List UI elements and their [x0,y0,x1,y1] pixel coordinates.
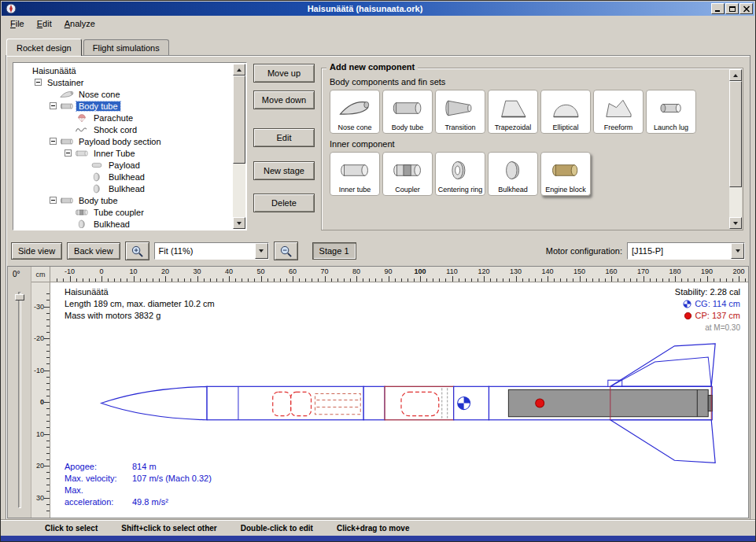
flight-value: 49.8 m/s² [132,497,168,507]
ruler-tick [46,427,50,428]
tree-row[interactable]: Inner Tube [15,147,232,159]
edit-button[interactable]: Edit [253,128,315,147]
tree-row[interactable]: Payload body section [15,135,232,147]
tree-label: Bulkhead [106,184,147,194]
collapse-icon[interactable] [65,149,72,157]
collapse-icon[interactable] [50,102,57,109]
close-button[interactable] [739,3,753,14]
ruler-tick [76,278,77,282]
new-stage-button[interactable]: New stage [253,161,315,180]
ruler-tick [46,351,50,352]
add-bodytube-button[interactable]: Body tube [382,90,433,134]
add-trapezoidal-button[interactable]: Trapezoidal [488,90,538,134]
view-grid: cm -100102030405060708090100110120130140… [31,267,748,518]
back-view-button[interactable]: Back view [67,242,120,260]
ruler-number: 30 [36,494,44,502]
move-up-button[interactable]: Move up [253,64,315,83]
ruler-tick [242,278,242,282]
add-coupler-button[interactable]: Coupler [382,152,433,196]
view-toolbar: Side view Back view Fit (11%) Stage 1 Mo… [6,237,750,265]
side-view-button[interactable]: Side view [11,242,62,260]
add-panel-scrollbar[interactable] [729,69,742,229]
zoom-select[interactable]: Fit (11%) [154,242,269,260]
ruler-tick [114,278,115,282]
scrollbar-thumb[interactable] [233,76,245,164]
move-down-button[interactable]: Move down [253,90,315,109]
minimize-button[interactable] [711,3,725,14]
tree-row[interactable]: Body tube [15,194,232,206]
ruler-number: 20 [36,462,44,470]
menu-analyze[interactable]: Analyze [58,16,101,33]
tree-row[interactable]: Haisunäätä [15,65,232,76]
add-transition-button[interactable]: Transition [435,90,485,134]
zoom-out-button[interactable] [274,242,298,260]
rotation-slider-handle[interactable] [15,294,24,300]
add-nosecone-button[interactable]: Nose cone [330,90,380,134]
delete-button[interactable]: Delete [253,194,315,212]
scroll-up-icon[interactable] [729,69,742,81]
centeringring-icon [442,155,478,186]
action-buttons: Move upMove downEditNew stageDelete [253,62,315,230]
tree-row[interactable]: Parachute [15,112,232,124]
ruler-tick [586,278,587,282]
rocket-canvas[interactable]: Haisunäätä Length 189 cm, max. diameter … [50,282,748,518]
window-title: Haisunäätä (haisunaata.ork) [19,4,711,13]
tree-scrollbar[interactable] [233,64,245,229]
rotation-slider[interactable] [18,292,21,508]
chevron-down-icon[interactable] [255,243,268,259]
scroll-down-icon[interactable] [729,217,742,229]
ruler-tick [44,307,50,308]
add-freeform-button[interactable]: Freeform [593,90,644,134]
scrollbar-track[interactable] [729,81,742,217]
tree-row[interactable]: Shock cord [15,124,232,135]
tree-label: Tube coupler [91,208,146,217]
tree-row[interactable]: Bulkhead [15,183,232,194]
tree-row[interactable]: Bulkhead [15,218,232,228]
component-button-label: Body tube [392,124,424,132]
add-engineblock-button[interactable]: Engine block [540,152,591,196]
collapse-icon[interactable] [50,138,57,145]
ruler-tick [554,278,555,282]
scrollbar-thumb[interactable] [729,81,742,187]
scroll-down-icon[interactable] [233,217,245,229]
tab-flight-simulations[interactable]: Flight simulations [83,39,169,55]
ruler-tick [159,278,160,282]
menu-file[interactable]: File [4,16,31,33]
ruler-number: 150 [573,267,585,275]
add-centeringring-button[interactable]: Centering ring [435,152,485,196]
ruler-number: 0 [99,267,103,275]
mach-text: at M=0.30 [675,322,740,334]
add-bulkhead-button[interactable]: Bulkhead [488,152,538,196]
maximize-button[interactable] [725,3,739,14]
collapse-icon[interactable] [35,79,42,86]
chevron-down-icon[interactable] [731,243,744,259]
ruler-tick [325,276,326,282]
ruler-tick [134,276,135,282]
tree-row[interactable]: Nose cone [15,88,232,100]
stage-1-button[interactable]: Stage 1 [312,242,356,260]
status-hint: Click to select [45,524,98,533]
collapse-icon[interactable] [50,197,57,204]
tree-row[interactable]: Bulkhead [15,171,232,183]
add-innertube-button[interactable]: Inner tube [330,152,380,196]
zoom-in-button[interactable] [125,242,149,260]
tree-row[interactable]: Tube coupler [15,206,232,218]
ruler-tick [46,485,50,485]
add-component-panel: Add new component Body components and fi… [321,68,743,230]
add-elliptical-button[interactable]: Elliptical [540,90,591,134]
tree-row[interactable]: Payload [15,159,232,171]
ruler-tick [471,278,472,282]
tab-rocket-design[interactable]: Rocket design [6,39,82,56]
motor-configuration-select[interactable]: [J115-P] [627,242,745,260]
add-launchlug-button[interactable]: Launch lug [646,90,696,134]
menu-edit[interactable]: Edit [31,16,58,33]
scrollbar-track[interactable] [233,76,245,217]
tree-label: Sustainer [45,78,86,87]
tree-row[interactable]: Sustainer [15,76,232,88]
ruler-tick [732,278,733,282]
scroll-up-icon[interactable] [233,64,245,76]
ruler-tick [318,278,319,282]
ruler-tick [274,278,275,282]
component-group-label: Body components and fin sets [330,77,722,87]
tree-row[interactable]: Body tube [15,100,232,112]
